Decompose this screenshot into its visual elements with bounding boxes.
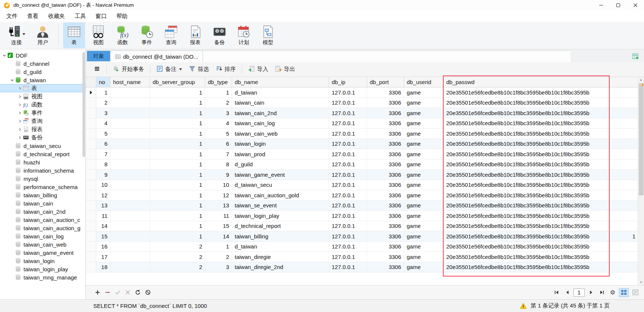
cell-db_port[interactable]: 3306 <box>367 262 404 272</box>
tree-item-db-taiwan_cain_auction_c[interactable]: taiwan_cain_auction_c <box>0 216 85 224</box>
cell-db_type[interactable]: 5 <box>205 129 232 139</box>
cell-no[interactable]: 11 <box>96 211 110 221</box>
cell-db_server_group[interactable]: 1 <box>150 231 205 241</box>
cell-db_userid[interactable]: game <box>404 160 444 170</box>
sidebar-scrollbar[interactable] <box>82 50 85 299</box>
tree-item-db-taiwan_game_event[interactable]: taiwan_game_event <box>0 248 85 257</box>
row-selector[interactable] <box>86 170 96 180</box>
export-button[interactable]: 导出 <box>272 64 298 75</box>
cell-db_port[interactable]: 3306 <box>367 98 404 108</box>
chevron-down-icon[interactable] <box>9 78 15 82</box>
events-button[interactable]: 事件 <box>136 22 158 48</box>
column-header-db_port[interactable]: db_port <box>367 77 404 87</box>
cell-db_name[interactable]: taiwan_login_play <box>232 211 329 221</box>
tree-item-db-taiwan_cain_auction_g[interactable]: taiwan_cain_auction_g <box>0 224 85 232</box>
cell-extra[interactable] <box>609 190 638 200</box>
cell-extra[interactable] <box>609 242 638 252</box>
filter-button[interactable]: 筛选 <box>185 64 212 75</box>
cell-host_name[interactable] <box>110 170 150 180</box>
column-header-no[interactable]: no <box>96 77 110 87</box>
cell-db_userid[interactable]: game <box>404 139 444 149</box>
cell-db_port[interactable]: 3306 <box>367 221 404 231</box>
cell-no[interactable]: 4 <box>96 118 110 129</box>
row-selector[interactable] <box>86 242 96 252</box>
grid-scrollbar-thumb[interactable] <box>639 83 644 195</box>
cell-db_ip[interactable]: 127.0.0.1 <box>329 98 367 108</box>
connection-button[interactable]: 连接 <box>3 22 29 48</box>
cell-extra[interactable] <box>609 149 638 159</box>
cell-db_userid[interactable]: game <box>404 170 444 180</box>
cell-db_port[interactable]: 3306 <box>367 87 404 98</box>
tree-item-events-folder[interactable]: 事件 <box>0 109 85 117</box>
cell-extra[interactable] <box>609 129 638 139</box>
cell-extra[interactable] <box>609 201 638 211</box>
close-button[interactable] <box>627 0 644 10</box>
cell-db_ip[interactable]: 127.0.0.1 <box>329 139 367 149</box>
stop-button[interactable] <box>143 288 153 297</box>
menu-tools[interactable]: 工具 <box>70 13 91 20</box>
row-selector[interactable] <box>86 129 96 139</box>
cell-host_name[interactable] <box>110 98 150 108</box>
cell-db_passwd[interactable]: 20e35501e56fcedbe8b10c1f8bc3595be8b10c1f… <box>444 139 609 149</box>
tree-item-db-d_channel[interactable]: d_channel <box>0 59 85 68</box>
cell-db_name[interactable]: d_taiwan <box>232 87 329 98</box>
cell-no[interactable]: 3 <box>96 108 110 118</box>
cell-db_name[interactable]: d_taiwan_secu <box>232 180 329 190</box>
menu-favorites[interactable]: 收藏夹 <box>43 13 70 20</box>
row-selector[interactable] <box>86 211 96 221</box>
grid-scrollbar[interactable]: ▲ ▼ <box>638 77 644 285</box>
cell-db_port[interactable]: 3306 <box>367 201 404 211</box>
cell-db_type[interactable]: 1 <box>205 242 232 252</box>
page-number-input[interactable] <box>573 288 585 297</box>
cell-db_passwd[interactable]: 20e35501e56fcedbe8b10c1f8bc3595be8b10c1f… <box>444 231 609 241</box>
cell-db_type[interactable]: 2 <box>205 252 232 262</box>
cell-db_port[interactable]: 3306 <box>367 211 404 221</box>
begin-transaction-button[interactable]: 开始事务 <box>109 64 147 75</box>
cell-db_name[interactable]: taiwan_cain_2nd <box>232 108 329 118</box>
tree-item-backups-folder[interactable]: 备份 <box>0 133 85 142</box>
refresh-button[interactable] <box>133 288 143 297</box>
backups-button[interactable]: 备份 <box>209 22 231 48</box>
cell-db_passwd[interactable]: 20e35501e56fcedbe8b10c1f8bc3595be8b10c1f… <box>444 129 609 139</box>
tables-button[interactable]: 表 <box>63 22 85 48</box>
models-button[interactable]: 模型 <box>257 22 279 48</box>
tree-item-db-mysql[interactable]: mysql <box>0 174 85 183</box>
row-selector[interactable] <box>86 201 96 211</box>
cell-db_name[interactable]: taiwan_cain <box>232 98 329 108</box>
cell-db_ip[interactable]: 127.0.0.1 <box>329 221 367 231</box>
cell-db_port[interactable]: 3306 <box>367 108 404 118</box>
cell-db_name[interactable]: taiwan_diregie <box>232 252 329 262</box>
row-selector[interactable] <box>86 139 96 149</box>
row-selector[interactable] <box>86 221 96 231</box>
cell-host_name[interactable] <box>110 118 150 129</box>
cell-host_name[interactable] <box>110 262 150 272</box>
form-view-toggle[interactable] <box>631 288 640 297</box>
cell-db_passwd[interactable]: 20e35501e56fcedbe8b10c1f8bc3595be8b10c1f… <box>444 211 609 221</box>
column-header-db_userid[interactable]: db_userid <box>404 77 444 87</box>
chevron-right-icon[interactable] <box>17 136 23 139</box>
first-page-button[interactable] <box>552 288 561 297</box>
cell-db_type[interactable]: 8 <box>205 160 232 170</box>
row-selector[interactable] <box>86 118 96 129</box>
column-header-extra[interactable] <box>609 77 638 87</box>
chevron-right-icon[interactable] <box>17 128 23 131</box>
cell-db_name[interactable]: taiwan_diregie_2nd <box>232 262 329 272</box>
cell-db_passwd[interactable]: 20e35501e56fcedbe8b10c1f8bc3595be8b10c1f… <box>444 252 609 262</box>
cell-db_userid[interactable]: game <box>404 180 444 190</box>
row-selector[interactable] <box>86 98 96 108</box>
cell-host_name[interactable] <box>110 149 150 159</box>
cell-no[interactable]: 17 <box>96 252 110 262</box>
row-selector-header[interactable] <box>86 77 96 87</box>
cell-no[interactable]: 8 <box>96 160 110 170</box>
cell-host_name[interactable] <box>110 87 150 98</box>
discard-changes-button[interactable] <box>123 288 133 297</box>
row-selector[interactable] <box>86 160 96 170</box>
cell-db_server_group[interactable]: 1 <box>150 149 205 159</box>
row-selector[interactable] <box>86 108 96 118</box>
views-button[interactable]: 视图 <box>87 22 109 48</box>
cell-db_name[interactable]: taiwan_login <box>232 139 329 149</box>
cell-db_server_group[interactable]: 1 <box>150 221 205 231</box>
cell-db_passwd[interactable]: 20e35501e56fcedbe8b10c1f8bc3595be8b10c1f… <box>444 201 609 211</box>
cell-db_passwd[interactable]: 20e35501e56fcedbe8b10c1f8bc3595be8b10c1f… <box>444 87 609 98</box>
column-header-db_name[interactable]: db_name <box>232 77 329 87</box>
